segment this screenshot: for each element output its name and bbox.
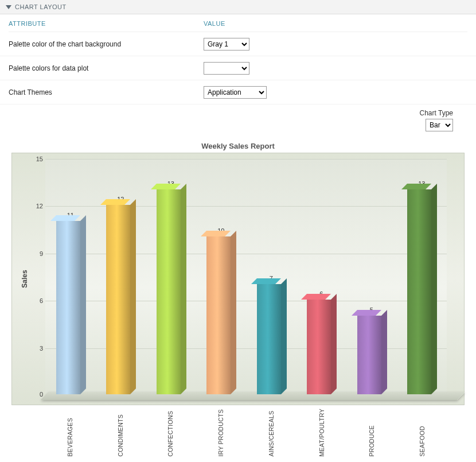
y-tick: 15 — [33, 156, 43, 162]
collapse-icon — [6, 5, 11, 9]
x-tick-label: MEAT/POULTRY — [318, 409, 325, 457]
y-tick: 3 — [33, 345, 43, 352]
bar: 6 — [296, 159, 347, 394]
chart-title: Weekly Sales Report — [9, 142, 467, 150]
x-tick-label: PRODUCE — [368, 409, 375, 457]
attribute-column-header: ATTRIBUTE — [9, 20, 204, 32]
bar: 13 — [397, 159, 447, 394]
background-palette-select[interactable]: Gray 1 — [204, 38, 249, 51]
x-tick-label: IRY PRODUCTS — [217, 409, 224, 457]
y-tick: 12 — [33, 203, 43, 209]
dataplot-palette-select[interactable] — [204, 62, 249, 75]
x-tick-label: CONFECTIONS — [167, 409, 174, 457]
x-tick-label: SEAFOOD — [419, 409, 426, 457]
attr-label-theme: Chart Themes — [9, 88, 204, 96]
attr-row-theme: Chart Themes Application — [0, 80, 476, 104]
table-header: ATTRIBUTE VALUE — [0, 14, 476, 32]
y-tick: 6 — [33, 297, 43, 304]
bar: 12 — [96, 159, 146, 394]
chart-type-select[interactable]: Bar — [426, 119, 453, 131]
attr-row-background: Palette color of the chart background Gr… — [0, 32, 476, 56]
chart-type-control: Chart Type Bar — [0, 104, 476, 131]
chart-container: Weekly Sales Report Sales 1112131076513 … — [0, 131, 476, 462]
attr-label-dataplot: Palette colors for data plot — [9, 64, 204, 72]
value-column-header: VALUE — [204, 20, 467, 32]
x-tick-label: AINS/CEREALS — [268, 409, 275, 457]
chart-theme-select[interactable]: Application — [204, 86, 267, 99]
chart-plot-area: Sales 1112131076513 03691215 — [11, 153, 465, 405]
bar: 10 — [196, 159, 247, 394]
y-tick: 9 — [33, 250, 43, 257]
bar: 5 — [346, 159, 397, 394]
section-header[interactable]: CHART LAYOUT — [0, 0, 476, 14]
bar: 7 — [246, 159, 296, 394]
x-tick-label: BEVERAGES — [67, 409, 73, 457]
chart-type-label: Chart Type — [0, 109, 453, 117]
y-axis-label: Sales — [21, 270, 29, 288]
section-title: CHART LAYOUT — [15, 3, 67, 10]
attr-row-dataplot: Palette colors for data plot — [0, 56, 476, 80]
y-tick: 0 — [33, 391, 43, 398]
attr-label-background: Palette color of the chart background — [9, 40, 204, 48]
bar: 11 — [45, 159, 96, 394]
x-tick-label: CONDIMENTS — [117, 409, 124, 457]
bar: 13 — [146, 159, 196, 394]
